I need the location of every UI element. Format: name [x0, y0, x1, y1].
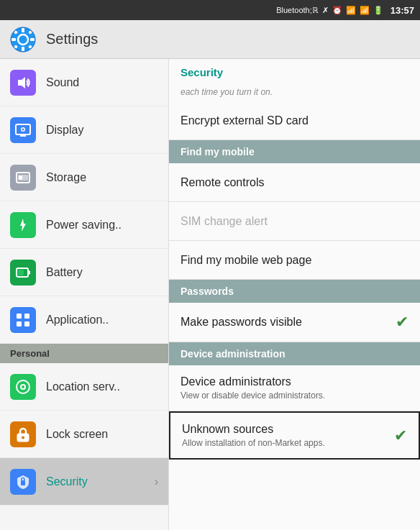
find-mobile-header-label: Find my mobile	[181, 146, 255, 157]
passwords-checkmark: ✔	[396, 313, 408, 332]
svg-rect-23	[17, 321, 22, 326]
make-passwords-label: Make passwords visible	[181, 316, 302, 329]
encrypt-sd-label: Encrypt external SD card	[181, 114, 309, 127]
lockscreen-label: Lock screen	[46, 428, 108, 441]
display-icon	[10, 117, 36, 143]
make-passwords-item[interactable]: Make passwords visible ✔	[169, 303, 420, 342]
sidebar-chevron: ›	[155, 475, 158, 488]
sidebar: Sound Display S	[0, 59, 169, 530]
signal-icon: 📶	[360, 6, 370, 15]
svg-rect-17	[19, 175, 22, 179]
app-header: Settings	[0, 20, 420, 59]
svg-rect-31	[21, 480, 25, 485]
svg-marker-10	[18, 77, 25, 88]
svg-point-27	[22, 385, 24, 388]
sidebar-item-display[interactable]: Display	[0, 106, 168, 154]
sidebar-item-location[interactable]: Location serv..	[0, 363, 168, 411]
svg-rect-20	[18, 270, 24, 275]
wifi-icon: 📶	[346, 6, 356, 15]
svg-rect-3	[22, 47, 24, 51]
status-bar: Bluetooth;ℝ ✗ ⏰ 📶 📶 🔋 13:57	[0, 0, 420, 20]
svg-rect-22	[24, 314, 29, 319]
personal-section-header: Personal	[0, 344, 168, 363]
svg-rect-4	[12, 38, 16, 41]
battery-label: Battery	[46, 266, 83, 279]
passwords-group-header: Passwords	[169, 280, 420, 303]
alarm-icon: ⏰	[332, 6, 342, 15]
svg-point-14	[22, 128, 24, 130]
sidebar-item-battery[interactable]: Battery	[0, 249, 168, 296]
personal-label: Personal	[10, 348, 50, 359]
sim-change-label: SIM change alert	[181, 215, 268, 228]
svg-point-30	[22, 436, 24, 439]
find-mobile-web-label: Find my mobile web page	[181, 254, 311, 267]
location-label: Location serv..	[46, 380, 120, 393]
power-icon	[10, 212, 36, 238]
scroll-hint: each time you turn it on.	[169, 83, 420, 101]
svg-rect-21	[17, 314, 22, 319]
security-icon	[10, 469, 36, 495]
device-administrators-label: Device administrators	[181, 375, 325, 388]
sidebar-item-security[interactable]: Security ›	[0, 458, 168, 506]
passwords-header-label: Passwords	[181, 285, 234, 297]
bluetooth-icon: ✗	[322, 6, 329, 15]
battery-icon: 🔋	[373, 6, 383, 15]
svg-rect-24	[24, 321, 29, 326]
power-label: Power saving..	[46, 219, 122, 232]
battery-icon-sidebar	[10, 260, 36, 285]
storage-label: Storage	[46, 171, 86, 184]
find-mobile-group-header: Find my mobile	[169, 140, 420, 163]
content-panel: Security each time you turn it on. Encry…	[169, 59, 420, 530]
storage-icon	[10, 165, 36, 191]
encrypt-sd-item[interactable]: Encrypt external SD card	[169, 101, 420, 140]
unknown-sources-label: Unknown sources	[182, 423, 325, 436]
main-layout: Sound Display S	[0, 59, 420, 530]
svg-rect-19	[28, 270, 30, 274]
sidebar-item-power[interactable]: Power saving..	[0, 201, 168, 249]
device-administrators-sub: View or disable device administrators.	[181, 390, 325, 401]
status-time: 13:57	[391, 5, 414, 16]
device-admin-header-label: Device administration	[181, 348, 286, 360]
display-label: Display	[46, 124, 83, 137]
sound-label: Sound	[46, 76, 79, 89]
remote-controls-label: Remote controls	[181, 176, 265, 189]
application-icon	[10, 307, 36, 333]
settings-icon	[10, 27, 36, 52]
sidebar-item-lockscreen[interactable]: Lock screen	[0, 411, 168, 458]
remote-controls-item[interactable]: Remote controls	[169, 163, 420, 202]
sidebar-item-sound[interactable]: Sound	[0, 59, 168, 106]
lockscreen-icon	[10, 421, 36, 447]
app-title: Settings	[46, 31, 98, 47]
svg-rect-5	[30, 38, 35, 41]
sidebar-item-storage[interactable]: Storage	[0, 154, 168, 201]
unknown-sources-item[interactable]: Unknown sources Allow installation of no…	[169, 411, 420, 460]
status-icons: Bluetooth;ℝ ✗ ⏰ 📶 📶 🔋	[276, 6, 383, 15]
device-administrators-item[interactable]: Device administrators View or disable de…	[169, 365, 420, 411]
location-icon	[10, 374, 36, 400]
sidebar-item-application[interactable]: Application..	[0, 296, 168, 344]
find-mobile-web-item[interactable]: Find my mobile web page	[169, 241, 420, 280]
svg-rect-2	[22, 28, 24, 32]
bluetooth-icon: Bluetooth;ℝ	[276, 6, 319, 15]
device-admin-group-header: Device administration	[169, 342, 420, 365]
security-label: Security	[46, 475, 88, 488]
sim-change-item[interactable]: SIM change alert	[169, 202, 420, 241]
security-section-title: Security	[169, 59, 420, 83]
unknown-sources-sub: Allow installation of non-Market apps.	[182, 438, 325, 448]
application-label: Application..	[46, 314, 109, 326]
unknown-sources-checkmark: ✔	[394, 426, 407, 445]
sound-icon	[10, 70, 36, 96]
